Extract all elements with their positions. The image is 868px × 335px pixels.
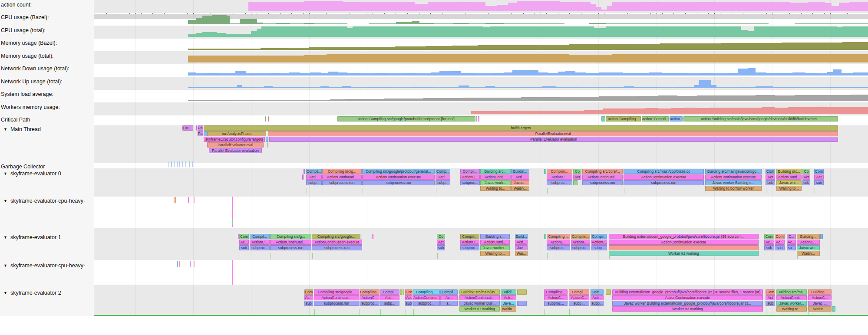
slice[interactable]: Act (405, 295, 413, 300)
collapse-arrow-icon[interactable]: ▼ (3, 199, 7, 203)
slice[interactable]: subprocess.run (314, 301, 359, 306)
slice[interactable]: ActionContinuation.execute (705, 174, 762, 180)
slice[interactable]: Compil... (591, 234, 607, 239)
slice[interactable]: Javac work... (480, 180, 511, 185)
counter-chart-cpu-usage-bazel[interactable] (0, 14, 868, 24)
event-tick[interactable] (188, 197, 189, 203)
slice[interactable]: Acti... (515, 240, 528, 245)
slice[interactable]: Compili... (460, 234, 479, 239)
slice[interactable]: sub (764, 245, 774, 250)
event-tick[interactable] (797, 253, 798, 259)
slice[interactable]: subp... (380, 301, 399, 306)
slice[interactable]: ActionC... (569, 295, 589, 300)
slice[interactable]: Waiting to... (776, 306, 807, 312)
slice[interactable]: Worker #1 working (609, 251, 759, 256)
slice[interactable]: subproc... (544, 301, 568, 306)
event-tick[interactable] (545, 309, 545, 315)
event-tick[interactable] (766, 309, 766, 315)
event-tick[interactable] (547, 188, 548, 194)
slice[interactable]: Act (766, 174, 775, 180)
slice[interactable]: sub (766, 180, 775, 185)
slice[interactable]: action 'Compiling... (606, 116, 641, 122)
slice[interactable]: Jav... (515, 245, 528, 250)
event-tick[interactable] (194, 261, 195, 267)
slice[interactable]: Building s... (480, 234, 510, 239)
slice[interactable] (204, 131, 207, 136)
slice[interactable]: Compiling src/google... (312, 234, 360, 239)
slice[interactable]: ActionContinuati... (314, 295, 359, 300)
event-tick[interactable] (232, 260, 233, 285)
slice[interactable]: Buildi... (501, 289, 516, 295)
event-tick[interactable] (613, 309, 613, 315)
slice[interactable]: Compi... (380, 289, 399, 295)
counter-chart-system-load-average[interactable] (0, 91, 868, 101)
event-tick[interactable] (323, 188, 323, 194)
event-tick[interactable] (815, 188, 815, 194)
event-tick[interactable] (706, 188, 706, 194)
slice[interactable]: Building src/main/jav... (459, 289, 500, 295)
slice[interactable]: subproc... (360, 301, 380, 306)
slice[interactable]: sub (775, 245, 785, 250)
event-tick[interactable] (461, 188, 461, 194)
slice[interactable]: Acti... (501, 295, 516, 300)
slice[interactable]: subproc... (460, 245, 479, 250)
slice[interactable]: Compiling ... (413, 289, 440, 295)
slice[interactable]: Acti... (380, 295, 399, 300)
slice[interactable]: Acti... (591, 295, 604, 300)
slice[interactable]: Javac ... (808, 301, 832, 306)
slice[interactable]: subproc... (571, 245, 590, 250)
slice[interactable]: Com (814, 169, 824, 174)
slice[interactable] (268, 116, 269, 122)
slice[interactable]: Ac... (787, 240, 796, 245)
event-tick[interactable] (192, 161, 193, 167)
event-tick[interactable] (312, 253, 313, 259)
slice[interactable]: Compiling ... (547, 234, 570, 239)
slice[interactable] (544, 169, 546, 174)
slice[interactable]: Act (573, 174, 581, 180)
slice[interactable]: Compiling src/core/... (582, 169, 623, 174)
event-tick[interactable] (194, 197, 195, 203)
slice[interactable]: sub (437, 245, 445, 250)
slice[interactable]: Compiling... (544, 289, 568, 295)
slice[interactable] (478, 116, 479, 122)
slice[interactable]: Worker #3 working (612, 306, 763, 312)
slice[interactable]: Javac wor... (776, 180, 802, 185)
slice[interactable]: ActionC... (591, 240, 607, 245)
event-tick[interactable] (765, 253, 765, 259)
track-label-skyframe-evaluator-2[interactable]: ▼skyframe-evaluator 2 (3, 290, 61, 296)
slice[interactable] (517, 301, 527, 306)
slice[interactable]: action 'Compiling src/google/protobuf/de… (337, 116, 475, 122)
event-tick[interactable] (547, 253, 548, 259)
slice[interactable] (267, 142, 268, 148)
slice[interactable]: Ac... (775, 240, 785, 245)
slice[interactable] (606, 289, 611, 295)
slice[interactable]: runAnalysisPhase (207, 131, 266, 136)
slice[interactable]: Javac... (511, 180, 529, 185)
slice[interactable]: subproc... (460, 180, 480, 185)
slice[interactable]: subprocess.run (270, 245, 311, 250)
slice[interactable]: ActionContinuation.execute (624, 174, 704, 180)
slice[interactable]: sub (405, 301, 413, 306)
slice[interactable]: action 'Compili... (642, 116, 669, 122)
event-tick[interactable] (363, 188, 363, 194)
slice[interactable]: Waitin... (511, 186, 529, 191)
event-tick[interactable] (777, 309, 777, 315)
event-tick[interactable] (177, 261, 178, 267)
slice[interactable]: Com (764, 234, 774, 239)
slice[interactable]: ActionContinuation.execute (612, 295, 763, 300)
slice[interactable]: Com (775, 234, 785, 239)
slice[interactable]: ActionC... (460, 240, 479, 245)
slice[interactable] (372, 234, 373, 239)
slice[interactable]: ActionC... (460, 174, 480, 180)
event-tick[interactable] (624, 188, 624, 194)
slice[interactable]: Waitin... (797, 251, 820, 256)
slice[interactable]: ActionContinuation.execute (312, 240, 362, 245)
slice[interactable]: ActionContinuati... (322, 174, 362, 180)
slice[interactable]: Compiling src/g... (270, 234, 311, 239)
slice[interactable]: Waiting to... (776, 186, 802, 191)
slice[interactable]: Com (766, 169, 775, 174)
slice[interactable] (266, 137, 268, 142)
slice[interactable]: ActionConti... (480, 240, 510, 245)
counter-chart-memory-usage-bazel[interactable] (0, 39, 868, 50)
slice[interactable]: Com (766, 289, 775, 295)
